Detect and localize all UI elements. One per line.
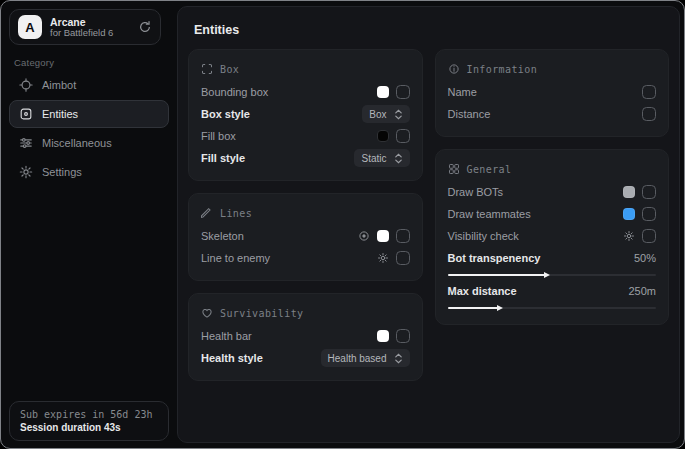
sidebar-item-label: Aimbot	[42, 79, 76, 91]
app-subtitle: for Battlefield 6	[50, 28, 130, 39]
slider-fill	[448, 307, 498, 309]
bot-transparency-slider[interactable]	[448, 274, 657, 276]
right-column: Information Name Distance	[435, 49, 670, 325]
sidebar-nav: Aimbot Entities Miscellaneous	[9, 71, 169, 187]
sidebar-item-miscellaneous[interactable]: Miscellaneous	[9, 129, 169, 157]
checkbox[interactable]	[396, 329, 410, 343]
slider-value: 50%	[634, 252, 656, 264]
sidebar-item-aimbot[interactable]: Aimbot	[9, 71, 169, 99]
setting-label: Draw teammates	[448, 208, 624, 220]
subscription-card: Sub expires in 56d 23h Session duration …	[9, 401, 169, 441]
setting-row: Fill box	[201, 125, 410, 147]
setting-label: Visibility check	[448, 230, 624, 242]
entities-icon	[19, 107, 33, 121]
color-swatch[interactable]	[623, 208, 635, 220]
color-swatch[interactable]	[377, 230, 389, 242]
slider-value: 250m	[628, 285, 656, 297]
setting-label: Draw BOTs	[448, 186, 624, 198]
survivability-card-header: Survivability	[201, 303, 410, 323]
gear-icon[interactable]	[623, 230, 635, 242]
sidebar-item-entities[interactable]: Entities	[9, 100, 169, 128]
app-window: A Arcane for Battlefield 6 Category Aimb…	[0, 0, 685, 449]
left-column: Box Bounding box Box style Box	[188, 49, 423, 381]
heart-icon	[201, 307, 213, 319]
setting-label: Health bar	[201, 330, 377, 342]
sliders-icon	[19, 136, 33, 150]
checkbox[interactable]	[396, 251, 410, 265]
slider-label: Max distance	[448, 285, 629, 297]
brackets-icon	[201, 63, 213, 75]
setting-label: Health style	[201, 352, 321, 364]
box-style-dropdown[interactable]: Box	[362, 105, 409, 123]
card-header-label: General	[467, 164, 512, 175]
setting-row: Draw BOTs	[448, 181, 657, 203]
health-style-dropdown[interactable]: Health based	[321, 349, 410, 367]
box-card-header: Box	[201, 59, 410, 79]
box-card: Box Bounding box Box style Box	[188, 49, 423, 181]
chevrons-up-down-icon	[394, 153, 403, 164]
setting-row: Health bar	[201, 325, 410, 347]
app-meta: Arcane for Battlefield 6	[50, 16, 130, 39]
general-card-header: General	[448, 159, 657, 179]
setting-row: Visibility check	[448, 225, 657, 247]
setting-row: Skeleton	[201, 225, 410, 247]
sidebar-item-settings[interactable]: Settings	[9, 158, 169, 186]
setting-row: Box style Box	[201, 103, 410, 125]
card-header-label: Survivability	[220, 308, 303, 319]
dropdown-value: Box	[369, 109, 386, 120]
sync-icon[interactable]	[138, 20, 152, 34]
gear-icon[interactable]	[377, 252, 389, 264]
information-card: Information Name Distance	[435, 49, 670, 137]
setting-row: Line to enemy	[201, 247, 410, 269]
dropdown-value: Static	[361, 153, 386, 164]
setting-label: Fill box	[201, 130, 377, 142]
information-card-header: Information	[448, 59, 657, 79]
setting-label: Fill style	[201, 152, 354, 164]
chevrons-up-down-icon	[394, 109, 403, 120]
sidebar-item-label: Settings	[42, 166, 82, 178]
checkbox[interactable]	[396, 129, 410, 143]
checkbox[interactable]	[642, 229, 656, 243]
setting-row: Draw teammates	[448, 203, 657, 225]
sidebar: A Arcane for Battlefield 6 Category Aimb…	[1, 1, 176, 448]
setting-row: Health style Health based	[201, 347, 410, 369]
setting-label: Name	[448, 86, 643, 98]
setting-label: Skeleton	[201, 230, 358, 242]
checkbox[interactable]	[396, 85, 410, 99]
card-header-label: Information	[467, 64, 538, 75]
survivability-card: Survivability Health bar Health style	[188, 293, 423, 381]
color-swatch[interactable]	[377, 330, 389, 342]
setting-label: Bounding box	[201, 86, 377, 98]
color-swatch[interactable]	[377, 130, 389, 142]
grid-icon	[448, 163, 460, 175]
lines-card: Lines Skeleton Line to enemy	[188, 193, 423, 281]
checkbox[interactable]	[396, 229, 410, 243]
category-label: Category	[14, 57, 54, 68]
pencil-icon	[201, 207, 213, 219]
color-swatch[interactable]	[377, 86, 389, 98]
checkbox[interactable]	[642, 185, 656, 199]
setting-row: Distance	[448, 103, 657, 125]
checkbox[interactable]	[642, 107, 656, 121]
setting-label: Line to enemy	[201, 252, 377, 264]
setting-row: Fill style Static	[201, 147, 410, 169]
sub-expiry-text: Sub expires in 56d 23h	[20, 409, 158, 420]
info-icon	[448, 63, 460, 75]
card-header-label: Lines	[220, 208, 252, 219]
main-panel: Entities Box Bounding box	[177, 6, 680, 443]
max-distance-slider[interactable]	[448, 307, 657, 309]
setting-label: Distance	[448, 108, 643, 120]
checkbox[interactable]	[642, 207, 656, 221]
slider-label: Bot transpenency	[448, 252, 634, 264]
fill-style-dropdown[interactable]: Static	[354, 149, 409, 167]
target-icon[interactable]	[358, 230, 370, 242]
app-logo: A	[18, 15, 42, 39]
chevrons-up-down-icon	[394, 353, 403, 364]
session-duration-text: Session duration 43s	[20, 422, 158, 433]
sidebar-item-label: Miscellaneous	[42, 137, 112, 149]
bot-transparency-setting: Bot transpenency 50%	[448, 248, 657, 276]
checkbox[interactable]	[642, 85, 656, 99]
color-swatch[interactable]	[623, 186, 635, 198]
general-card: General Draw BOTs Draw teammates	[435, 149, 670, 325]
page-title: Entities	[194, 23, 669, 37]
